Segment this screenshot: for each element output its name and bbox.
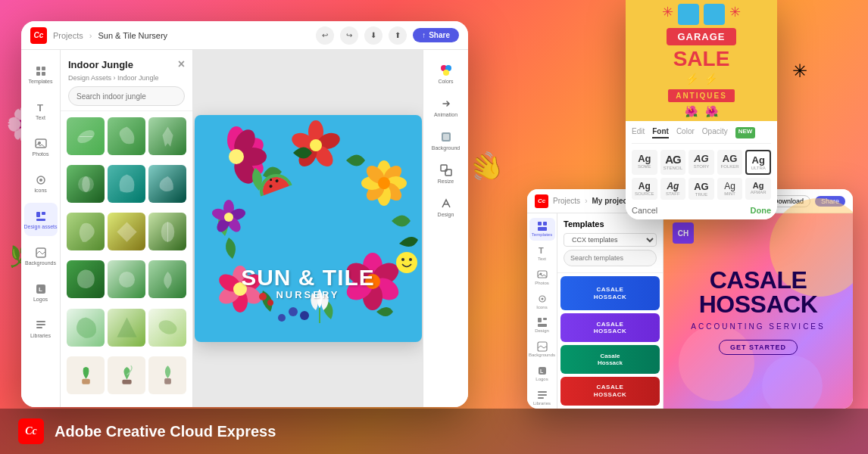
asset-item[interactable]: [108, 165, 145, 203]
asset-item[interactable]: [108, 309, 145, 347]
tbr-sidebar-icons[interactable]: Icons: [529, 290, 555, 313]
tp-header: Templates CCX templates: [557, 213, 663, 273]
svg-rect-2: [36, 72, 40, 76]
casale-logo: CH: [673, 222, 694, 244]
svg-rect-17: [36, 327, 42, 328]
sidebar-item-photos[interactable]: Photos: [24, 130, 58, 163]
sidebar-item-design-assets[interactable]: Design assets: [24, 203, 58, 236]
tbr-sidebar-design[interactable]: Design: [529, 314, 555, 337]
asset-item[interactable]: [148, 213, 186, 250]
done-button[interactable]: Done: [751, 206, 772, 215]
asset-item[interactable]: [148, 165, 186, 203]
asset-item[interactable]: [67, 356, 105, 394]
template-item-2[interactable]: CASALEHOSSACK: [560, 313, 660, 342]
asset-item[interactable]: [67, 260, 105, 298]
tool-design[interactable]: Design: [426, 191, 466, 222]
upload-button[interactable]: ⬆: [389, 26, 407, 45]
redo-button[interactable]: ↪: [340, 26, 358, 45]
breadcrumb-project-name: Sun & Tile Nursery: [98, 31, 167, 40]
font-item-mint[interactable]: Ag MINT: [717, 178, 743, 200]
font-preview: AG: [662, 153, 685, 166]
svg-rect-29: [164, 378, 171, 384]
asset-item[interactable]: [67, 117, 105, 155]
font-item-something[interactable]: Ag SOME: [632, 150, 657, 175]
casale-subtitle: ACCOUNTING SERVICES: [691, 322, 825, 331]
tbr-sidebar-logos[interactable]: L Logos: [529, 362, 555, 385]
svg-text:L: L: [540, 368, 544, 374]
canvas-sub-text: NURSERY: [241, 289, 375, 300]
font-item-stencil[interactable]: AG STENCIL: [660, 150, 686, 175]
tab-opacity[interactable]: Opacity: [702, 127, 728, 138]
tool-animation[interactable]: Animation: [426, 91, 466, 123]
close-panel-button[interactable]: ×: [178, 58, 185, 71]
panel-search-input[interactable]: [68, 86, 185, 106]
sidebar-item-text[interactable]: T Text: [24, 94, 58, 127]
tablet-bottom-right: Cc Projects › My project ⬇ Download Shar…: [527, 189, 853, 409]
tablet-body: Templates T Text Photos Icons Design ass…: [21, 50, 468, 407]
tbr-sidebar-templates[interactable]: Templates: [529, 218, 555, 241]
tool-background[interactable]: Background: [426, 124, 466, 156]
sidebar-item-backgrounds[interactable]: Backgrounds: [24, 239, 58, 272]
asset-item[interactable]: [108, 260, 145, 298]
sidebar-item-templates[interactable]: Templates: [24, 58, 58, 91]
tool-resize[interactable]: Resize: [426, 157, 466, 189]
font-label: FOLKER: [719, 164, 742, 169]
tool-colors[interactable]: Colors: [426, 58, 466, 89]
tab-color[interactable]: Color: [676, 127, 695, 138]
undo-button[interactable]: ↩: [316, 26, 334, 45]
template-preview-text: CASALEHOSSACK: [594, 384, 627, 398]
asset-item[interactable]: [108, 117, 145, 155]
asset-item[interactable]: [148, 356, 186, 394]
font-item-true-north[interactable]: AG TRUE: [688, 178, 714, 200]
tbr-sidebar-backgrounds[interactable]: Backgrounds: [529, 338, 555, 361]
canvas-area[interactable]: SUN & TILE NURSERY: [193, 50, 423, 407]
sidebar-item-logos[interactable]: L Logos: [24, 275, 58, 309]
font-item-afmar[interactable]: Ag AFMAR: [745, 178, 771, 200]
download-button[interactable]: ⬇: [364, 26, 382, 45]
casale-title-line1: CASALE: [691, 268, 825, 292]
tp-search-input[interactable]: [564, 250, 657, 266]
asset-item[interactable]: [148, 260, 186, 298]
font-item-ultra[interactable]: Ag ULTRA: [745, 150, 771, 175]
template-item-1[interactable]: CASALEHOSSACK: [560, 276, 660, 310]
font-label: ULTRA: [748, 166, 768, 170]
asset-item[interactable]: [67, 213, 105, 250]
asset-item[interactable]: [148, 117, 186, 155]
sidebar-item-libraries[interactable]: Libraries: [24, 312, 58, 345]
font-item-folker[interactable]: AG FOLKER: [717, 150, 743, 175]
tbr-sidebar-libraries[interactable]: Libraries: [529, 386, 555, 409]
panel-header: Indoor Jungle × Design Assets › Indoor J…: [61, 50, 192, 111]
asset-item[interactable]: [108, 213, 145, 250]
font-preview: AG: [690, 153, 713, 164]
share-button[interactable]: ↑ Share: [413, 28, 459, 42]
casale-cta-button[interactable]: GET STARTED: [719, 340, 798, 355]
svg-rect-16: [36, 324, 45, 325]
asset-item[interactable]: [108, 356, 145, 394]
svg-point-72: [278, 314, 286, 322]
tbr-sidebar: Templates T Text Photos Icons Design Bac…: [527, 213, 557, 409]
tbr-sidebar-text[interactable]: T Text: [529, 242, 555, 265]
svg-point-99: [541, 297, 543, 300]
font-item-source-sand[interactable]: Ag SOURCE: [632, 178, 657, 200]
tp-dropdown[interactable]: CCX templates: [564, 233, 657, 247]
sidebar-item-icons[interactable]: Icons: [24, 166, 58, 200]
asset-item[interactable]: [67, 309, 105, 347]
tbr-breadcrumb[interactable]: Projects: [553, 197, 580, 205]
font-item-staff-ultra[interactable]: Ag STAFF: [660, 178, 686, 200]
font-item-storybook[interactable]: AG STORY: [688, 150, 714, 175]
svg-text:T: T: [539, 246, 544, 255]
svg-text:L: L: [39, 286, 42, 293]
template-item-3[interactable]: CasaleHossack: [560, 345, 660, 374]
asset-item[interactable]: [67, 165, 105, 203]
cancel-button[interactable]: Cancel: [632, 206, 657, 215]
antiques-label: ANTIQUES: [668, 89, 735, 102]
font-label: STORY: [690, 164, 713, 169]
tbr-sidebar-photos[interactable]: Photos: [529, 266, 555, 289]
asset-item[interactable]: [148, 309, 186, 347]
tab-font[interactable]: Font: [652, 127, 669, 138]
tab-edit[interactable]: Edit: [632, 127, 645, 138]
template-item-4[interactable]: CASALEHOSSACK: [560, 377, 660, 406]
svg-text:T: T: [37, 102, 43, 114]
font-preview: Ag: [719, 181, 742, 191]
breadcrumb-projects[interactable]: Projects: [53, 31, 83, 40]
